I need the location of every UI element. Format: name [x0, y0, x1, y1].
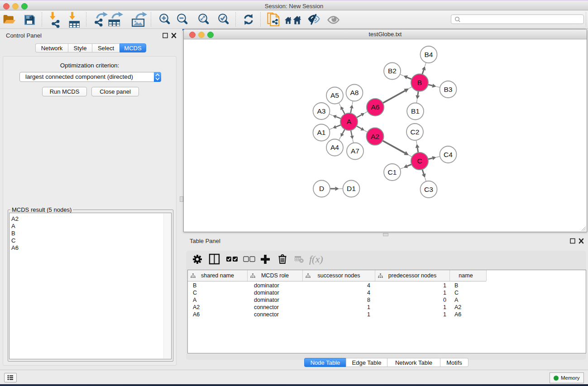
- svg-text:A4: A4: [330, 143, 339, 151]
- svg-text:B2: B2: [388, 67, 397, 75]
- svg-text:A: A: [347, 118, 352, 125]
- svg-text:B3: B3: [444, 86, 453, 93]
- svg-text:A1: A1: [317, 129, 326, 136]
- svg-text:B: B: [417, 79, 422, 86]
- svg-text:A5: A5: [330, 91, 339, 99]
- svg-text:f(x): f(x): [309, 253, 323, 265]
- svg-text:C1: C1: [388, 168, 397, 176]
- svg-text:A7: A7: [351, 147, 359, 155]
- svg-text:C: C: [417, 157, 422, 165]
- svg-text:B1: B1: [411, 107, 420, 115]
- svg-text:A8: A8: [350, 89, 359, 96]
- svg-text:A6: A6: [371, 103, 380, 111]
- svg-text:B4: B4: [425, 51, 433, 58]
- svg-text:C4: C4: [444, 151, 453, 158]
- svg-text:C3: C3: [424, 186, 433, 193]
- svg-text:D: D: [319, 185, 324, 192]
- svg-text:C2: C2: [411, 128, 420, 136]
- svg-text:D1: D1: [347, 185, 356, 192]
- svg-text:A2: A2: [371, 133, 379, 140]
- svg-text:A3: A3: [317, 107, 326, 115]
